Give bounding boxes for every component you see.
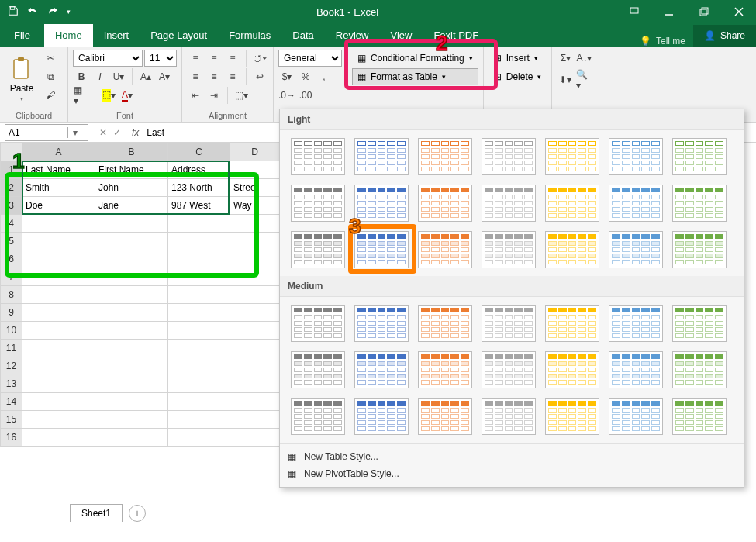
- table-style-swatch[interactable]: [545, 305, 599, 342]
- cell[interactable]: [168, 286, 230, 304]
- tab-view[interactable]: View: [379, 24, 423, 47]
- table-style-swatch[interactable]: [545, 231, 599, 268]
- cell[interactable]: [230, 411, 280, 429]
- table-style-swatch[interactable]: [291, 351, 345, 388]
- cell[interactable]: [168, 411, 230, 429]
- cell[interactable]: First Name: [95, 161, 168, 179]
- new-sheet-button[interactable]: +: [129, 505, 146, 522]
- tell-me[interactable]: 💡 Tell me: [632, 36, 693, 47]
- table-style-swatch[interactable]: [482, 305, 536, 342]
- cell[interactable]: [95, 375, 168, 393]
- cell[interactable]: Address: [168, 161, 230, 179]
- tab-formulas[interactable]: Formulas: [218, 24, 281, 47]
- name-box-input[interactable]: [5, 127, 67, 138]
- table-style-swatch[interactable]: [418, 351, 472, 388]
- cell[interactable]: [168, 393, 230, 411]
- cell[interactable]: [230, 233, 280, 250]
- table-style-swatch[interactable]: [291, 305, 345, 342]
- cell[interactable]: [95, 322, 168, 340]
- cell[interactable]: [168, 268, 230, 286]
- ribbon-display-options-icon[interactable]: [616, 0, 651, 23]
- row-header[interactable]: 13: [1, 375, 22, 393]
- new-table-style-item[interactable]: ▦ New Table Style...: [288, 448, 736, 465]
- table-style-swatch[interactable]: [354, 138, 409, 175]
- name-box-dropdown-icon[interactable]: ▾: [67, 127, 81, 138]
- align-center-button[interactable]: ≡: [205, 68, 223, 85]
- cell[interactable]: [230, 250, 280, 268]
- table-style-swatch[interactable]: [418, 138, 472, 175]
- table-style-swatch[interactable]: [672, 398, 727, 435]
- fill-color-button[interactable]: ⬚▾: [100, 87, 117, 104]
- row-header[interactable]: 14: [1, 393, 22, 411]
- cell[interactable]: [168, 340, 230, 357]
- row-header[interactable]: 10: [1, 322, 22, 340]
- cell[interactable]: Jane: [95, 197, 168, 215]
- tab-data[interactable]: Data: [281, 24, 324, 47]
- cell[interactable]: [230, 393, 280, 411]
- new-pivottable-style-item[interactable]: ▦ New PivotTable Style...: [288, 465, 736, 482]
- cell[interactable]: [22, 268, 95, 286]
- table-style-swatch[interactable]: [482, 398, 536, 435]
- row-header[interactable]: 1: [1, 161, 22, 179]
- sort-filter-button[interactable]: A↓▾: [575, 50, 592, 67]
- italic-button[interactable]: I: [91, 68, 109, 85]
- delete-cells-button[interactable]: ⊟Delete ▾: [488, 68, 547, 85]
- cell[interactable]: [168, 375, 230, 393]
- table-style-swatch[interactable]: [672, 351, 727, 388]
- cell[interactable]: [230, 161, 280, 179]
- col-header-D[interactable]: D: [230, 143, 280, 161]
- cell[interactable]: John: [95, 179, 168, 197]
- row-header[interactable]: 9: [1, 304, 22, 322]
- table-style-swatch[interactable]: [545, 351, 599, 388]
- find-select-button[interactable]: 🔍▾: [575, 71, 592, 88]
- table-style-swatch[interactable]: [418, 185, 472, 222]
- cell[interactable]: [168, 429, 230, 447]
- tab-page-layout[interactable]: Page Layout: [140, 24, 218, 47]
- cell[interactable]: [230, 215, 280, 233]
- table-style-swatch[interactable]: [609, 305, 663, 342]
- table-style-swatch[interactable]: [291, 185, 345, 222]
- cell[interactable]: [230, 304, 280, 322]
- cancel-icon[interactable]: ✕: [99, 127, 107, 138]
- cell[interactable]: [22, 250, 95, 268]
- col-header-A[interactable]: A: [22, 143, 95, 161]
- table-style-swatch[interactable]: [354, 351, 409, 388]
- cell[interactable]: [95, 215, 168, 233]
- table-style-swatch[interactable]: [609, 185, 663, 222]
- conditional-formatting-button[interactable]: ▦ Conditional Formatting▾: [352, 50, 478, 67]
- row-header[interactable]: 2: [1, 179, 22, 197]
- align-middle-button[interactable]: ≡: [205, 50, 223, 67]
- fill-button[interactable]: ⬇▾: [557, 71, 574, 88]
- cut-button[interactable]: ✂: [42, 50, 59, 67]
- font-color-button[interactable]: A▾: [119, 87, 136, 104]
- cell[interactable]: [22, 233, 95, 250]
- cell[interactable]: Last Name: [22, 161, 95, 179]
- minimize-icon[interactable]: [651, 0, 686, 23]
- row-header[interactable]: 3: [1, 197, 22, 215]
- cell[interactable]: Street: [230, 179, 280, 197]
- name-box[interactable]: ▾: [5, 124, 88, 141]
- cell[interactable]: [95, 411, 168, 429]
- align-top-button[interactable]: ≡: [187, 50, 204, 67]
- cell[interactable]: [95, 393, 168, 411]
- table-style-swatch[interactable]: [672, 305, 727, 342]
- table-style-swatch[interactable]: [482, 185, 536, 222]
- copy-button[interactable]: ⧉: [42, 68, 59, 85]
- cell[interactable]: [230, 268, 280, 286]
- bold-button[interactable]: B: [73, 68, 90, 85]
- table-style-swatch[interactable]: [672, 185, 727, 222]
- close-icon[interactable]: [721, 0, 756, 23]
- cell[interactable]: [168, 357, 230, 375]
- accounting-format-button[interactable]: $▾: [278, 68, 295, 85]
- row-header[interactable]: 4: [1, 215, 22, 233]
- cell[interactable]: [95, 250, 168, 268]
- cell[interactable]: [230, 340, 280, 357]
- decrease-indent-button[interactable]: ⇤: [187, 87, 204, 104]
- cell[interactable]: [168, 250, 230, 268]
- cell[interactable]: [95, 340, 168, 357]
- col-header-C[interactable]: C: [168, 143, 230, 161]
- cell[interactable]: [95, 357, 168, 375]
- row-header[interactable]: 5: [1, 233, 22, 250]
- cell[interactable]: [230, 322, 280, 340]
- cell[interactable]: Smith: [22, 179, 95, 197]
